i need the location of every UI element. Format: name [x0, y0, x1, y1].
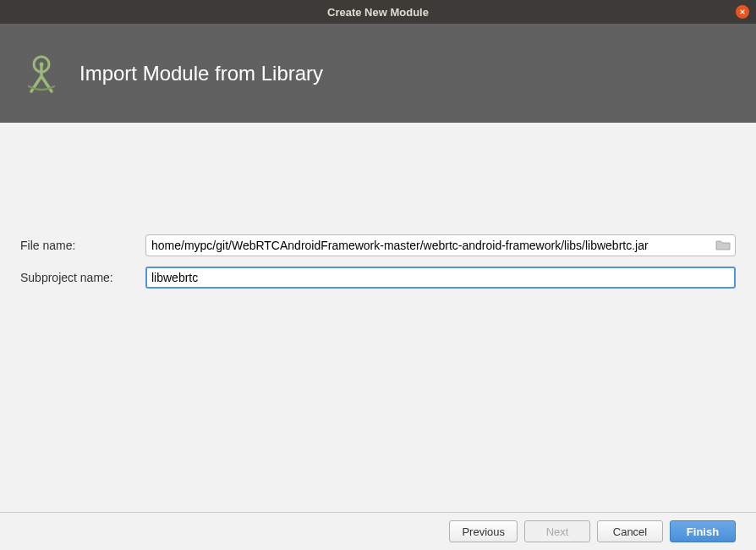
subproject-name-row: Subproject name:	[20, 267, 736, 289]
file-name-row: File name:	[20, 234, 736, 256]
previous-button[interactable]: Previous	[449, 520, 518, 542]
dialog-title: Import Module from Library	[79, 62, 323, 85]
next-button[interactable]: Next	[524, 520, 590, 542]
file-name-label: File name:	[20, 239, 145, 252]
dialog-content: File name: Subproject name:	[0, 123, 756, 512]
window-title: Create New Module	[327, 6, 429, 19]
window-titlebar: Create New Module	[0, 0, 756, 24]
close-button[interactable]	[736, 5, 749, 19]
file-name-input[interactable]	[145, 234, 736, 256]
dialog-footer: Previous Next Cancel Finish	[0, 512, 756, 550]
close-icon	[739, 8, 746, 15]
cancel-button[interactable]: Cancel	[597, 520, 663, 542]
subproject-name-input[interactable]	[145, 267, 736, 289]
finish-button[interactable]: Finish	[670, 520, 736, 542]
browse-folder-icon[interactable]	[715, 239, 731, 251]
dialog-header: Import Module from Library	[0, 24, 756, 123]
svg-point-1	[40, 62, 44, 66]
subproject-name-label: Subproject name:	[20, 271, 145, 284]
android-studio-icon	[20, 52, 63, 95]
